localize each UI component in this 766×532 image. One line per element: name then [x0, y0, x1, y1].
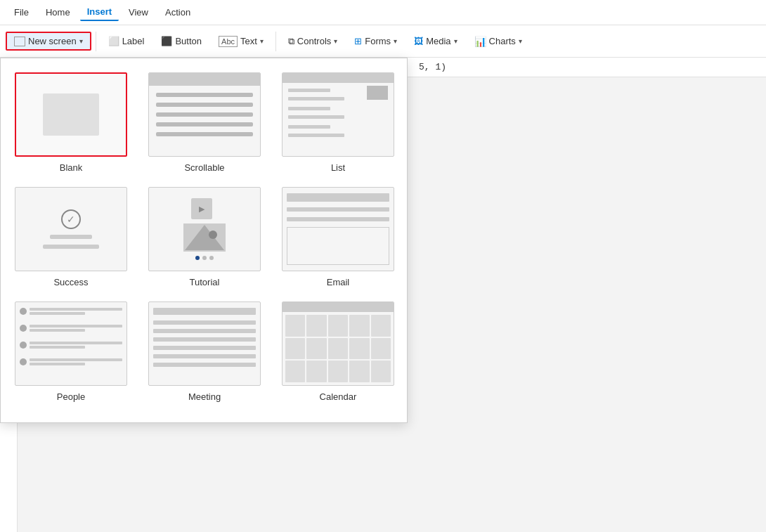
- people-label: People: [57, 391, 85, 402]
- menu-file[interactable]: File: [7, 4, 36, 20]
- charts-caret: ▾: [519, 37, 522, 45]
- screen-option-scrollable[interactable]: Scrollable: [148, 72, 261, 173]
- success-label: Success: [53, 277, 88, 287]
- people-lines1: [30, 308, 122, 315]
- cal-c12: [306, 361, 326, 382]
- divider-1: [96, 32, 96, 51]
- people-lines2: [30, 325, 122, 332]
- people-row2: [20, 325, 122, 332]
- charts-icon: 📊: [474, 36, 486, 47]
- blank-label: Blank: [60, 162, 83, 173]
- list-img: [367, 86, 388, 100]
- cal-c3: [328, 315, 348, 337]
- list-thumb: [282, 72, 394, 157]
- people-line1a: [30, 308, 122, 311]
- blank-thumb-inner: [43, 93, 99, 136]
- list-line5: [288, 125, 330, 129]
- calendar-label: Calendar: [320, 391, 357, 402]
- forms-caret: ▾: [394, 37, 397, 45]
- people-row1: [20, 308, 122, 315]
- screen-option-people[interactable]: People: [15, 301, 127, 402]
- success-thumb: ✓: [15, 187, 127, 271]
- media-icon: 🖼: [414, 36, 423, 46]
- screen-option-list[interactable]: List: [282, 72, 394, 173]
- tutorial-mountain-svg: [183, 223, 226, 252]
- tutorial-mountain: [183, 223, 226, 252]
- new-screen-dropdown: Blank Scrollable: [0, 58, 408, 423]
- scrollable-label: Scrollable: [184, 162, 224, 173]
- media-button[interactable]: 🖼 Media ▾: [406, 32, 465, 50]
- cal-c2: [306, 315, 326, 337]
- list-line1: [288, 89, 330, 92]
- cal-c13: [328, 361, 348, 382]
- cal-c10: [371, 338, 391, 360]
- email-bar3: [287, 217, 389, 221]
- screen-option-meeting[interactable]: Meeting: [148, 301, 261, 402]
- new-screen-label: New screen: [28, 36, 77, 46]
- menu-insert[interactable]: Insert: [80, 4, 119, 21]
- list-line4: [288, 115, 344, 119]
- success-bar1: [50, 235, 92, 239]
- meeting-bar1: [153, 308, 256, 315]
- email-label: Email: [327, 277, 350, 287]
- cal-c1: [285, 315, 305, 337]
- label-button[interactable]: ⬜ Label: [100, 32, 152, 50]
- new-screen-button[interactable]: New screen ▾: [6, 32, 91, 51]
- text-button[interactable]: Abc Text ▾: [211, 32, 271, 51]
- email-body-box: [287, 227, 389, 265]
- people-thumb: [15, 301, 127, 386]
- scrollable-line2: [156, 103, 253, 107]
- cal-c9: [349, 338, 369, 360]
- cal-c5: [371, 315, 391, 337]
- screen-option-tutorial[interactable]: ▶: [148, 187, 261, 287]
- right-panel: 5, 1) Accounts Contacts Pau: [408, 58, 766, 532]
- screen-option-calendar[interactable]: Calendar: [282, 301, 394, 402]
- people-line4a: [30, 358, 122, 361]
- cal-c7: [306, 338, 326, 360]
- success-bar2: [43, 245, 99, 249]
- forms-button[interactable]: ⊞ Forms ▾: [346, 32, 405, 50]
- email-thumb: [282, 187, 394, 271]
- meeting-bar4: [153, 337, 256, 342]
- new-screen-icon: [14, 37, 25, 46]
- people-line1b: [30, 312, 85, 315]
- blank-thumb: [15, 72, 127, 157]
- people-line2a: [30, 325, 122, 327]
- list-header: [283, 73, 394, 83]
- meeting-label: Meeting: [188, 391, 221, 402]
- cal-c15: [371, 361, 391, 382]
- svg-point-1: [209, 231, 217, 239]
- people-lines3: [30, 342, 122, 349]
- toolbar: New screen ▾ ⬜ Label ⬛ Button Abc Text ▾…: [0, 25, 766, 58]
- meeting-bar5: [153, 346, 256, 350]
- screen-option-email[interactable]: Email: [282, 187, 394, 287]
- meeting-bar2: [153, 320, 256, 325]
- people-row4: [20, 358, 122, 365]
- menu-view[interactable]: View: [122, 4, 155, 20]
- tutorial-label: Tutorial: [190, 277, 220, 287]
- tutorial-icon: ▶: [191, 198, 212, 219]
- people-lines4: [30, 358, 122, 365]
- text-caret: ▾: [260, 37, 264, 45]
- people-circ1: [20, 308, 27, 315]
- menu-action[interactable]: Action: [158, 4, 197, 20]
- tutorial-dot1: [195, 256, 200, 260]
- menu-home[interactable]: Home: [39, 4, 77, 20]
- meeting-bar7: [153, 363, 256, 367]
- charts-button[interactable]: 📊 Charts ▾: [467, 32, 530, 51]
- media-caret: ▾: [454, 37, 457, 45]
- controls-icon: ⧉: [288, 36, 294, 47]
- tutorial-dots: [195, 256, 214, 260]
- screen-options-grid: Blank Scrollable: [15, 72, 393, 402]
- screen-option-blank[interactable]: Blank: [15, 72, 127, 173]
- svg-marker-0: [185, 225, 224, 250]
- people-line2b: [30, 329, 85, 332]
- tutorial-thumb: ▶: [148, 187, 261, 271]
- button-button[interactable]: ⬛ Button: [153, 32, 209, 50]
- scrollable-line1: [156, 93, 253, 97]
- list-label: List: [331, 162, 345, 173]
- people-row3: [20, 342, 122, 349]
- controls-button[interactable]: ⧉ Controls ▾: [280, 32, 345, 51]
- screen-option-success[interactable]: ✓ Success: [15, 187, 127, 287]
- people-circ4: [20, 358, 27, 365]
